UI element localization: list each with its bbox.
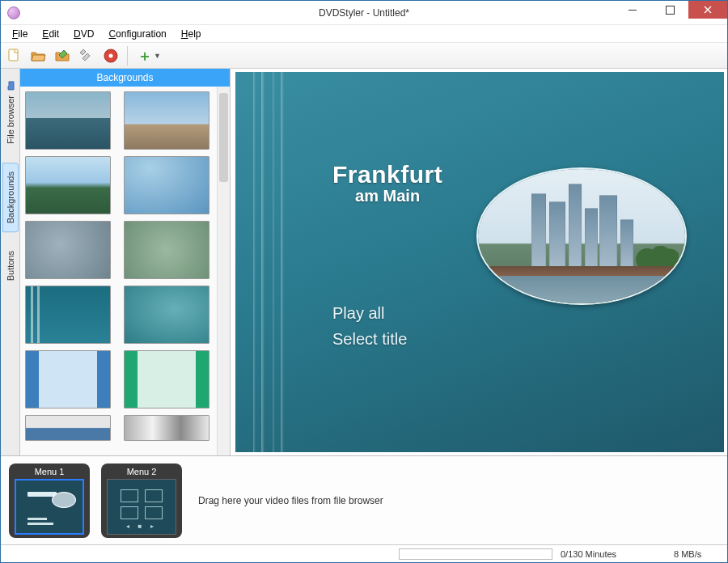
tab-file-browser-label: File browser xyxy=(6,95,15,144)
timeline-menu-2-thumb: ◂ ■ ▸ xyxy=(107,479,176,535)
timeline-menu-1-thumb xyxy=(15,479,84,535)
titlebar: DVDStyler - Untitled* xyxy=(1,1,727,25)
backgrounds-panel: Backgrounds xyxy=(20,69,231,455)
minimize-button[interactable] xyxy=(614,1,651,19)
tab-backgrounds[interactable]: Backgrounds xyxy=(2,163,19,232)
background-thumb[interactable] xyxy=(25,91,111,150)
menu-edit[interactable]: Edit xyxy=(36,27,66,41)
status-duration: 0/130 Minutes xyxy=(561,549,666,559)
toolbar: ＋ ▼ xyxy=(1,43,727,69)
status-progress xyxy=(399,548,552,560)
add-button[interactable]: ＋ ▼ xyxy=(134,46,164,66)
menu-image-oval[interactable] xyxy=(476,167,687,305)
background-thumb[interactable] xyxy=(124,91,210,150)
burn-disc-button[interactable] xyxy=(101,46,121,66)
svg-rect-0 xyxy=(9,49,18,61)
background-thumb[interactable] xyxy=(124,415,210,441)
menu-item-select-title[interactable]: Select title xyxy=(332,326,407,352)
plus-icon: ＋ xyxy=(138,49,152,63)
menu-preview-area: Frankfurt am Main Play all Select title xyxy=(231,69,727,455)
maximize-button[interactable] xyxy=(651,1,688,19)
menubar: File Edit DVD Configuration Help xyxy=(1,25,727,43)
background-thumb[interactable] xyxy=(124,350,210,408)
timeline-menu-2-label: Menu 2 xyxy=(127,467,157,476)
tab-file-browser[interactable]: File browser xyxy=(2,72,19,153)
tab-backgrounds-label: Backgrounds xyxy=(6,171,15,223)
menu-configuration[interactable]: Configuration xyxy=(102,27,172,41)
settings-button[interactable] xyxy=(77,46,96,66)
tab-buttons-label: Buttons xyxy=(6,251,15,281)
menu-title-block[interactable]: Frankfurt am Main xyxy=(332,161,442,205)
app-window: DVDStyler - Untitled* File Edit DVD Conf… xyxy=(0,0,728,563)
menu-file[interactable]: File xyxy=(6,27,34,41)
dropdown-icon: ▼ xyxy=(154,52,161,60)
content-area: File browser Backgrounds Buttons Backgro… xyxy=(1,69,727,455)
scrollbar-handle[interactable] xyxy=(219,93,228,182)
menu-item-play-all[interactable]: Play all xyxy=(332,300,407,326)
backgrounds-panel-header: Backgrounds xyxy=(20,69,230,87)
backgrounds-list xyxy=(20,87,230,455)
folder-icon xyxy=(6,81,15,91)
background-thumb[interactable] xyxy=(124,221,210,279)
status-rate: 8 MB/s xyxy=(674,549,722,559)
timeline-menu-1[interactable]: Menu 1 xyxy=(9,464,90,538)
timeline-bar: Menu 1 Menu 2 ◂ ■ ▸ Drag here your video… xyxy=(1,455,727,544)
svg-point-2 xyxy=(109,53,113,57)
menu-canvas[interactable]: Frankfurt am Main Play all Select title xyxy=(235,72,724,452)
save-project-button[interactable] xyxy=(53,46,72,66)
status-bar: 0/130 Minutes 8 MB/s xyxy=(1,544,727,562)
backgrounds-scrollbar[interactable] xyxy=(217,87,230,455)
background-thumb[interactable] xyxy=(25,156,111,214)
background-thumb[interactable] xyxy=(124,156,210,214)
background-thumb[interactable] xyxy=(25,221,111,279)
tab-buttons[interactable]: Buttons xyxy=(2,242,19,290)
background-thumb[interactable] xyxy=(25,350,111,408)
close-button[interactable] xyxy=(688,1,727,19)
app-icon xyxy=(7,6,20,19)
open-project-button[interactable] xyxy=(28,46,48,66)
toolbar-separator xyxy=(127,46,128,66)
background-thumb[interactable] xyxy=(124,286,210,344)
menu-dvd[interactable]: DVD xyxy=(67,27,100,41)
new-project-button[interactable] xyxy=(4,46,23,66)
window-controls xyxy=(614,1,727,19)
menu-title-line1: Frankfurt xyxy=(332,161,442,188)
background-thumb[interactable] xyxy=(25,415,111,441)
menu-help[interactable]: Help xyxy=(175,27,208,41)
timeline-menu-2[interactable]: Menu 2 ◂ ■ ▸ xyxy=(101,464,182,538)
menu-items: Play all Select title xyxy=(332,300,407,352)
timeline-drop-hint: Drag here your video files from file bro… xyxy=(198,495,383,506)
background-thumb[interactable] xyxy=(25,286,111,344)
timeline-menu-1-label: Menu 1 xyxy=(35,467,65,476)
side-tab-strip: File browser Backgrounds Buttons xyxy=(1,69,20,455)
menu-title-line2: am Main xyxy=(332,187,442,205)
